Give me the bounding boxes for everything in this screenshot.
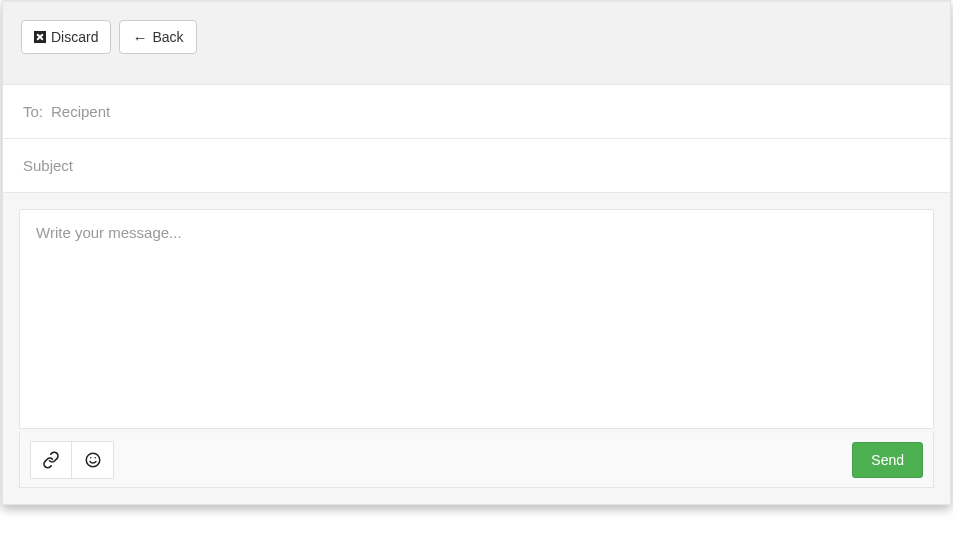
send-button[interactable]: Send — [852, 442, 923, 478]
discard-button[interactable]: Discard — [21, 20, 111, 54]
footer-bar: Send — [19, 433, 934, 488]
footer-tools — [30, 441, 114, 479]
discard-button-label: Discard — [51, 28, 98, 46]
to-field-row: To: — [3, 84, 950, 138]
subject-input[interactable] — [23, 157, 930, 174]
attach-link-button[interactable] — [30, 441, 72, 479]
to-input[interactable] — [51, 103, 930, 120]
message-textarea[interactable] — [19, 209, 934, 429]
back-button[interactable]: ← Back — [119, 20, 196, 54]
smile-icon — [84, 451, 102, 469]
header-bar: Discard ← Back — [3, 1, 950, 84]
close-icon — [34, 31, 46, 43]
link-icon — [42, 451, 60, 469]
subject-field-row — [3, 138, 950, 192]
emoji-button[interactable] — [72, 441, 114, 479]
arrow-left-icon: ← — [132, 30, 147, 45]
back-button-label: Back — [152, 28, 183, 46]
svg-point-0 — [86, 453, 100, 467]
to-label: To: — [23, 103, 43, 120]
compose-panel: Discard ← Back To: — [2, 0, 951, 505]
editor-area: Send — [3, 192, 950, 504]
